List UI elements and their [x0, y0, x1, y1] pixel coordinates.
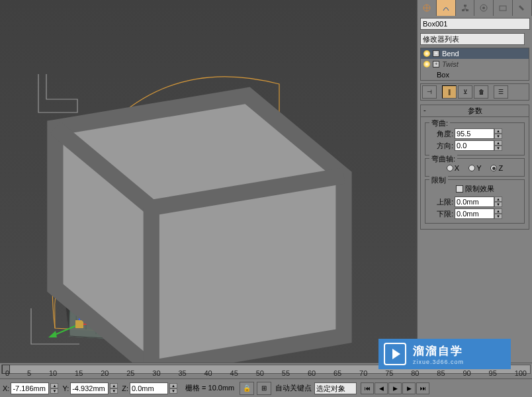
key-filter-select[interactable]: 选定对象 [314, 382, 357, 394]
group-title: 限制 [429, 175, 448, 185]
timeline[interactable]: 0510152025303540455055606570758085909510… [0, 363, 532, 378]
viewcube-icon[interactable] [0, 26, 376, 389]
command-panel: 修改器列表 + Bend + Twist Box ⊣ ‖ ⊻ 🗑 ☰ - 参数 … [417, 0, 532, 363]
x-label: X: [3, 384, 9, 392]
expand-icon[interactable]: + [433, 50, 439, 57]
stack-toolbar: ⊣ ‖ ⊻ 🗑 ☰ [420, 83, 529, 101]
display-tab[interactable] [494, 0, 513, 16]
svg-rect-6 [464, 5, 466, 7]
axis-y-radio[interactable]: Y [468, 164, 481, 172]
rollup-title: 参数 [468, 107, 482, 114]
svg-rect-13 [500, 6, 506, 11]
stack-label: Bend [442, 50, 459, 58]
direction-label: 方向: [428, 141, 453, 151]
configure-sets-button[interactable]: ☰ [494, 85, 508, 99]
object-name-field[interactable] [420, 18, 530, 30]
y-field[interactable] [70, 382, 109, 394]
pin-stack-button[interactable]: ⊣ [422, 85, 437, 99]
bend-group: 弯曲: 角度: ▲▼ 方向: ▲▼ [425, 122, 525, 155]
goto-end-button[interactable]: ⏭ [416, 382, 429, 394]
direction-spinner[interactable]: ▲▼ [494, 140, 502, 151]
auto-key-button[interactable]: 自动关键点 [275, 383, 312, 393]
bulb-icon [423, 61, 430, 67]
angle-spinner[interactable]: ▲▼ [494, 128, 502, 139]
timeline-ticks: 0510152025303540455055606570758085909510… [5, 369, 527, 377]
bulb-icon [423, 50, 430, 57]
grid-label: 栅格 = 10.0mm [185, 383, 234, 393]
viewport[interactable]: z [0, 0, 417, 363]
axis-x-radio[interactable]: X [447, 164, 459, 172]
lower-label: 下限: [428, 209, 453, 219]
z-field[interactable] [130, 382, 168, 394]
next-frame-button[interactable]: ▶ [402, 382, 416, 394]
upper-field[interactable] [455, 197, 494, 207]
status-bar: X: ▲▼ Y: ▲▼ Z: ▲▼ 栅格 = 10.0mm 🔒 ⊞ 自动关键点 … [0, 378, 532, 397]
upper-spinner[interactable]: ▲▼ [494, 197, 502, 207]
utilities-tab[interactable] [513, 0, 532, 16]
motion-tab[interactable] [474, 0, 494, 16]
stack-item-box[interactable]: Box [421, 69, 529, 80]
rollup-header[interactable]: - 参数 [421, 105, 529, 117]
stack-item-twist[interactable]: + Twist [421, 59, 529, 69]
limit-effect-checkbox[interactable]: 限制效果 [428, 184, 521, 194]
z-spinner[interactable]: ▲▼ [169, 383, 177, 394]
goto-start-button[interactable]: ⏮ [361, 382, 374, 394]
lower-field[interactable] [455, 208, 494, 219]
hierarchy-tab[interactable] [456, 0, 475, 16]
angle-field[interactable] [455, 128, 494, 139]
axis-z-radio[interactable]: Z [490, 164, 503, 172]
modifier-list-dropdown[interactable]: 修改器列表 [420, 33, 525, 45]
stack-label: Box [437, 71, 449, 79]
angle-label: 角度: [428, 129, 453, 139]
parameters-rollup: - 参数 弯曲: 角度: ▲▼ 方向: ▲▼ 弯曲轴: X [420, 105, 529, 230]
play-button[interactable]: ▶ [388, 382, 402, 394]
y-label: Y: [62, 384, 69, 392]
show-end-result-button[interactable]: ‖ [442, 85, 457, 99]
y-spinner[interactable]: ▲▼ [110, 383, 118, 394]
stack-label: Twist [442, 60, 459, 68]
make-unique-button[interactable]: ⊻ [458, 85, 472, 99]
svg-point-12 [482, 7, 485, 9]
svg-marker-1 [55, 95, 343, 368]
prev-frame-button[interactable]: ◀ [375, 382, 388, 394]
limits-group: 限制 限制效果 上限: ▲▼ 下限: ▲▼ [425, 179, 525, 224]
lock-button[interactable]: 🔒 [240, 382, 254, 395]
x-spinner[interactable]: ▲▼ [50, 383, 58, 394]
command-panel-tabs [418, 0, 532, 16]
upper-label: 上限: [428, 197, 453, 207]
direction-field[interactable] [455, 140, 494, 151]
group-title: 弯曲轴: [429, 154, 457, 164]
modifier-stack[interactable]: + Bend + Twist Box [420, 48, 529, 81]
expand-icon[interactable]: + [433, 61, 439, 67]
z-label: Z: [122, 384, 128, 392]
stack-item-bend[interactable]: + Bend [421, 48, 529, 59]
lower-spinner[interactable]: ▲▼ [494, 208, 502, 219]
x-field[interactable] [11, 382, 49, 394]
group-title: 弯曲: [429, 118, 450, 128]
remove-modifier-button[interactable]: 🗑 [474, 85, 488, 99]
bend-axis-group: 弯曲轴: X Y Z [425, 158, 525, 177]
create-tab[interactable] [418, 0, 437, 16]
snap-toggle[interactable]: ⊞ [257, 382, 271, 395]
modify-tab[interactable] [437, 0, 456, 16]
